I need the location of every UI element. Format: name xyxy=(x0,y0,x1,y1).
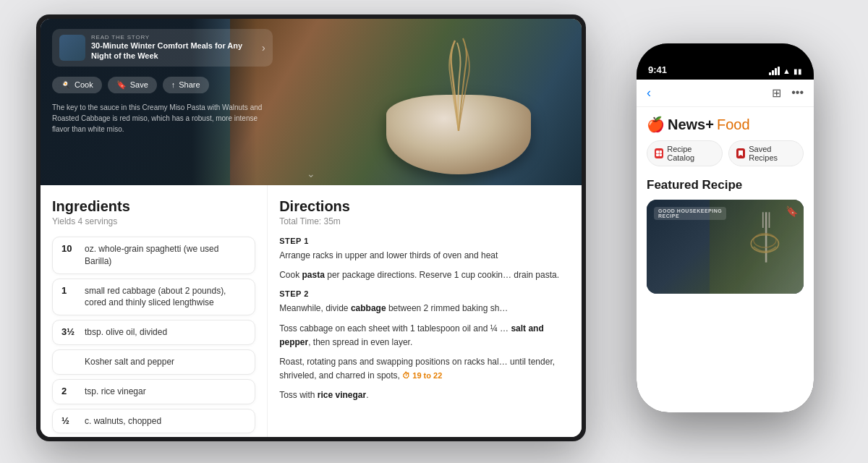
story-arrow-icon: › xyxy=(262,42,265,54)
phone: 9:41 ▲ ▮▮ ‹ ⊞ ••• 🍎 xyxy=(637,43,814,412)
ingredient-item: 10 oz. whole-grain spaghetti (we used Ba… xyxy=(52,237,255,274)
ingredient-amount: 1 xyxy=(61,285,79,296)
save-recipe-icon[interactable]: 🔖 xyxy=(786,205,798,217)
phone-screen: ‹ ⊞ ••• 🍎 News+ Food Recipe Catalog xyxy=(637,80,814,412)
ingredient-amount: ½ xyxy=(61,415,79,426)
cook-button[interactable]: 🍳 Cook xyxy=(52,77,102,93)
ingredient-desc: small red cabbage (about 2 pounds), core… xyxy=(85,285,246,310)
ingredient-desc: oz. whole-grain spaghetti (we used Baril… xyxy=(85,243,246,268)
ingredient-item: ½ c. walnuts, chopped xyxy=(52,409,255,434)
pasta-strands xyxy=(430,37,488,124)
story-label: READ THE STORY xyxy=(91,34,256,41)
step-text: Meanwhile, divide cabbage between 2 rimm… xyxy=(279,302,570,315)
phone-tabs: Recipe Catalog Saved Recipes xyxy=(637,140,814,175)
step-text: Arrange racks in upper and lower thirds … xyxy=(279,249,570,263)
featured-card-source: GOOD HOUSEKEEPING RECIPE xyxy=(654,207,726,220)
story-title: 30-Minute Winter Comfort Meals for Any N… xyxy=(91,41,256,61)
step-text: Toss with rice vinegar. xyxy=(279,388,570,402)
saved-recipes-icon xyxy=(736,148,745,158)
ingredient-amount: 3½ xyxy=(61,326,79,337)
hero-description: The key to the sauce in this Creamy Miso… xyxy=(52,102,273,135)
battery-icon: ▮▮ xyxy=(793,67,802,75)
save-button[interactable]: 🔖 Save xyxy=(108,77,157,93)
ingredient-amount: 2 xyxy=(61,386,79,396)
source-name: GOOD HOUSEKEEPING xyxy=(658,208,722,213)
svg-rect-2 xyxy=(656,154,659,157)
bookmark-icon: 🔖 xyxy=(116,80,127,90)
featured-title: Featured Recipe xyxy=(647,178,804,192)
chevron-down-icon: ⌄ xyxy=(307,168,315,179)
step-label: STEP 2 xyxy=(279,289,570,298)
ingredient-item: 1 small red cabbage (about 2 pounds), co… xyxy=(52,279,255,316)
signal-icon xyxy=(769,67,780,75)
svg-point-8 xyxy=(754,234,776,247)
ingredient-desc: c. walnuts, chopped xyxy=(85,415,161,428)
content-area: Ingredients Yields 4 servings 10 oz. who… xyxy=(41,185,582,437)
svg-rect-1 xyxy=(660,150,663,153)
nav-icons: ⊞ ••• xyxy=(772,86,804,100)
apple-logo-icon: 🍎 xyxy=(647,116,665,133)
ingredient-desc: tbsp. olive oil, divided xyxy=(85,326,167,339)
pasta-bowl-visual xyxy=(357,22,560,182)
cook-icon: 🍳 xyxy=(61,80,71,90)
story-banner[interactable]: READ THE STORY 30-Minute Winter Comfort … xyxy=(52,29,273,67)
featured-section: Featured Recipe xyxy=(637,175,814,301)
featured-card[interactable]: GOOD HOUSEKEEPING RECIPE 🔖 xyxy=(647,200,804,294)
tablet-screen: READ THE STORY 30-Minute Winter Comfort … xyxy=(41,19,582,437)
hero-section: READ THE STORY 30-Minute Winter Comfort … xyxy=(41,19,582,185)
more-icon[interactable]: ••• xyxy=(791,86,804,100)
ingredients-column: Ingredients Yields 4 servings 10 oz. who… xyxy=(41,185,268,437)
cook-label: Cook xyxy=(75,80,93,89)
signal-bar xyxy=(769,72,771,75)
total-time: Total Time: 35m xyxy=(279,216,570,226)
ingredient-item: Kosher salt and pepper xyxy=(52,349,255,375)
step-text: Cook pasta per package directions. Reser… xyxy=(279,268,570,282)
svg-rect-0 xyxy=(656,150,659,153)
step-text: Roast, rotating pans and swapping positi… xyxy=(279,355,570,383)
directions-title: Directions xyxy=(279,198,570,215)
phone-brand: 🍎 News+ Food xyxy=(637,107,814,140)
share-icon: ↑ xyxy=(171,80,176,89)
grid-icon[interactable]: ⊞ xyxy=(772,86,781,100)
signal-bar xyxy=(775,68,777,75)
saved-recipes-label: Saved Recipes xyxy=(749,145,796,162)
source-type: RECIPE xyxy=(658,213,722,218)
ingredient-item: 3½ tbsp. olive oil, divided xyxy=(52,320,255,345)
hero-content: READ THE STORY 30-Minute Winter Comfort … xyxy=(41,19,284,145)
step-label: STEP 1 xyxy=(279,237,570,245)
phone-nav-bar: ‹ ⊞ ••• xyxy=(637,80,814,107)
step-text: Toss cabbage on each sheet with 1 tables… xyxy=(279,322,570,349)
wifi-icon: ▲ xyxy=(783,67,791,75)
news-plus-label: News+ xyxy=(668,116,714,133)
ingredient-desc: Kosher salt and pepper xyxy=(85,356,174,368)
phone-notch xyxy=(682,43,769,65)
status-icons: ▲ ▮▮ xyxy=(769,67,802,75)
save-label: Save xyxy=(130,80,148,89)
phone-status-bar: 9:41 ▲ ▮▮ xyxy=(637,43,814,80)
story-thumbnail xyxy=(59,35,85,61)
recipe-catalog-icon xyxy=(655,148,663,158)
scene: READ THE STORY 30-Minute Winter Comfort … xyxy=(0,0,868,463)
ingredients-subtitle: Yields 4 servings xyxy=(52,216,255,226)
story-text: READ THE STORY 30-Minute Winter Comfort … xyxy=(91,34,256,61)
timer-badge[interactable]: ⏱ 19 to 22 xyxy=(402,370,442,383)
saved-recipes-tab[interactable]: Saved Recipes xyxy=(728,140,804,166)
svg-rect-3 xyxy=(660,154,663,157)
ingredient-item: 2 tsp. rice vinegar xyxy=(52,379,255,404)
recipe-catalog-tab[interactable]: Recipe Catalog xyxy=(647,140,723,166)
ingredient-amount: 10 xyxy=(61,243,79,254)
signal-bar xyxy=(778,67,780,75)
share-label: Share xyxy=(179,80,200,89)
signal-bar xyxy=(772,70,774,75)
food-label: Food xyxy=(717,116,750,133)
ingredient-desc: tsp. rice vinegar xyxy=(85,386,146,398)
back-button[interactable]: ‹ xyxy=(647,85,651,101)
action-buttons: 🍳 Cook 🔖 Save ↑ Share xyxy=(52,77,273,93)
recipe-catalog-label: Recipe Catalog xyxy=(667,145,715,162)
ingredients-title: Ingredients xyxy=(52,198,255,215)
share-button[interactable]: ↑ Share xyxy=(163,77,209,93)
phone-time: 9:41 xyxy=(648,64,667,75)
directions-column: Directions Total Time: 35m STEP 1 Arrang… xyxy=(268,185,582,437)
tablet: READ THE STORY 30-Minute Winter Comfort … xyxy=(36,14,586,441)
